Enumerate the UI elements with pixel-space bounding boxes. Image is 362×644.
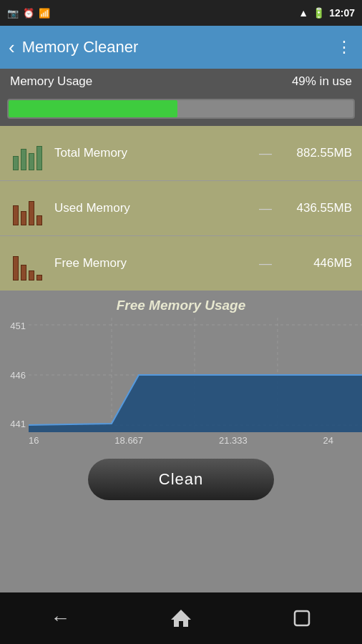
app-title: Memory Cleaner <box>22 38 336 57</box>
y-label-446: 446 <box>1 370 26 381</box>
total-memory-row: Total Memory — 882.55MB <box>0 126 362 181</box>
used-memory-dash: — <box>259 201 272 216</box>
nav-recent-button[interactable] <box>280 604 323 633</box>
clean-section: Clean <box>0 447 362 512</box>
chart-title: Free Memory Usage <box>0 298 362 313</box>
chart-x-labels: 16 18.667 21.333 24 <box>0 432 362 447</box>
free-memory-row: Free Memory — 446MB <box>0 236 362 291</box>
used-memory-value: 436.55MB <box>280 201 352 215</box>
y-label-441: 441 <box>1 419 26 429</box>
memory-usage-label: Memory Usage <box>10 74 92 89</box>
used-memory-label: Used Memory <box>54 201 250 215</box>
chart-area: 451 446 441 <box>0 318 362 432</box>
status-icons-left: 📷 ⏰ 📶 <box>7 8 50 19</box>
alarm-icon: ⏰ <box>23 8 34 19</box>
x-label-24: 24 <box>323 435 333 446</box>
svg-marker-7 <box>171 610 191 627</box>
menu-button[interactable]: ⋮ <box>336 38 353 57</box>
used-memory-icon <box>10 191 44 225</box>
app-bar: ‹ Memory Cleaner ⋮ <box>0 26 362 69</box>
main-content: Memory Usage 49% in use Total Memory — 8… <box>0 69 362 592</box>
nav-bar: ← <box>0 592 362 644</box>
chart-section: Free Memory Usage 451 446 441 <box>0 291 362 447</box>
recent-icon <box>291 608 313 629</box>
chart-y-labels: 451 446 441 <box>1 318 26 432</box>
used-memory-row: Used Memory — 436.55MB <box>0 181 362 236</box>
free-memory-dash: — <box>259 256 272 271</box>
memory-usage-header: Memory Usage 49% in use <box>0 69 362 94</box>
wifi-icon: 📶 <box>39 8 50 19</box>
free-memory-label: Free Memory <box>54 256 250 270</box>
free-memory-value: 446MB <box>280 256 352 270</box>
stats-section: Total Memory — 882.55MB Used Memory — 43… <box>0 126 362 291</box>
clean-button[interactable]: Clean <box>88 459 274 500</box>
total-memory-dash: — <box>259 146 272 161</box>
total-memory-icon <box>10 136 44 170</box>
total-memory-label: Total Memory <box>54 146 250 160</box>
battery-icon: 🔋 <box>313 7 325 19</box>
signal-icon: ▲ <box>298 7 308 19</box>
home-icon <box>170 607 192 630</box>
memory-usage-value: 49% in use <box>292 74 352 89</box>
nav-back-button[interactable]: ← <box>39 604 82 633</box>
screenshot-icon: 📷 <box>7 8 19 19</box>
y-label-451: 451 <box>1 321 26 331</box>
svg-rect-8 <box>295 611 309 625</box>
time-display: 12:07 <box>329 7 355 19</box>
progress-bar-fill <box>9 100 177 117</box>
progress-bar-background <box>7 99 355 119</box>
status-bar: 📷 ⏰ 📶 ▲ 🔋 12:07 <box>0 0 362 26</box>
chart-svg <box>29 318 362 432</box>
bottom-spacer <box>0 512 362 592</box>
nav-home-button[interactable] <box>160 604 202 633</box>
total-memory-value: 882.55MB <box>280 146 352 160</box>
back-button[interactable]: ‹ <box>9 36 15 59</box>
x-label-21333: 21.333 <box>219 435 248 446</box>
x-label-18667: 18.667 <box>114 435 143 446</box>
status-icons-right: ▲ 🔋 12:07 <box>298 7 355 19</box>
progress-container <box>0 94 362 126</box>
free-memory-icon <box>10 246 44 280</box>
x-label-16: 16 <box>29 435 39 446</box>
